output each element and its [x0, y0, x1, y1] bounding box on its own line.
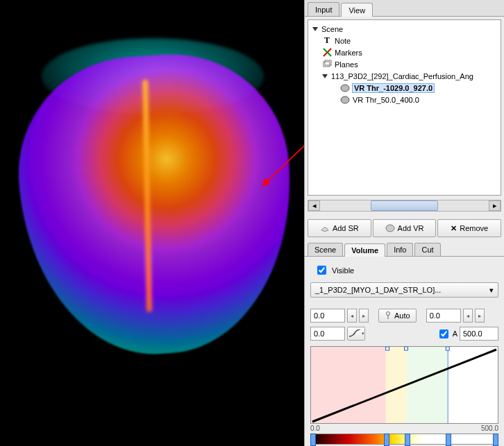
toolbar: Add SR Add VR ✕ Remove — [308, 219, 501, 237]
axis-min: 0.0 — [310, 424, 320, 432]
viewport-3d[interactable] — [0, 0, 304, 446]
zero-input[interactable] — [310, 327, 345, 341]
svg-point-6 — [341, 85, 349, 92]
button-label: Remove — [460, 224, 488, 232]
visible-checkbox[interactable] — [317, 266, 326, 275]
svg-rect-16 — [405, 347, 408, 350]
add-sr-button[interactable]: Add SR — [308, 219, 371, 237]
scroll-thumb[interactable] — [371, 200, 438, 211]
volume-icon — [340, 95, 350, 105]
transfer-function-editor[interactable] — [310, 346, 498, 424]
tree-label: VR Thr_50.0_400.0 — [353, 96, 419, 104]
curve-button[interactable]: ▾ — [347, 327, 365, 341]
a-value-input[interactable] — [460, 327, 498, 341]
button-label: Add SR — [333, 224, 359, 232]
tab-info[interactable]: Info — [387, 243, 413, 256]
step-right-icon[interactable]: ▸ — [475, 309, 485, 323]
volume-panel: Visible _1_P3D2_[MYO_1_DAY_STR_LO]... ▾ … — [305, 257, 504, 446]
svg-rect-13 — [406, 347, 448, 423]
step-left-icon[interactable]: ◂ — [463, 309, 473, 323]
range-max-input[interactable] — [426, 309, 461, 323]
step-left-icon[interactable]: ◂ — [347, 309, 357, 323]
button-label: Auto — [394, 311, 410, 320]
tab-input[interactable]: Input — [308, 2, 339, 16]
range-min-input[interactable] — [310, 309, 345, 323]
tree-label: 113_P3D2_[292]_Cardiac_Perfusion_Ang — [331, 72, 473, 80]
pin-icon — [385, 311, 392, 320]
svg-rect-5 — [325, 60, 331, 65]
tab-scene[interactable]: Scene — [308, 243, 343, 256]
tab-volume[interactable]: Volume — [344, 243, 385, 257]
remove-button[interactable]: ✕ Remove — [437, 219, 501, 237]
chevron-down-icon: ▾ — [489, 286, 494, 295]
right-panel: Input View Scene T Note Markers Planes 1… — [304, 0, 504, 446]
svg-rect-17 — [446, 347, 449, 350]
tree-node-markers[interactable]: Markers — [310, 46, 499, 58]
collapse-icon[interactable] — [322, 73, 328, 79]
gradient-stop[interactable] — [384, 434, 389, 446]
color-gradient[interactable] — [310, 434, 498, 445]
svg-rect-4 — [324, 62, 330, 67]
collapse-icon[interactable] — [312, 26, 319, 32]
axis-max: 500.0 — [481, 424, 498, 432]
step-right-icon[interactable]: ▸ — [359, 309, 369, 323]
gradient-stop[interactable] — [405, 434, 410, 446]
scroll-right-icon[interactable]: ▸ — [489, 200, 501, 211]
tree-node-series[interactable]: 113_P3D2_[292]_Cardiac_Perfusion_Ang — [310, 70, 499, 82]
tree-node-planes[interactable]: Planes — [310, 58, 499, 70]
text-icon: T — [322, 36, 332, 46]
planes-icon — [322, 60, 332, 69]
button-label: Add VR — [398, 224, 424, 232]
tab-cut[interactable]: Cut — [414, 243, 440, 256]
svg-rect-15 — [386, 347, 389, 350]
gradient-stop[interactable] — [446, 434, 451, 446]
tree-label: Note — [335, 37, 351, 45]
gradient-stop[interactable] — [310, 434, 316, 446]
dropdown-value: _1_P3D2_[MYO_1_DAY_STR_LO]... — [315, 286, 441, 294]
a-checkbox[interactable] — [439, 329, 448, 338]
volume-icon — [340, 83, 350, 93]
volume-select[interactable]: _1_P3D2_[MYO_1_DAY_STR_LO]... ▾ — [310, 282, 498, 298]
tree-node-vr1[interactable]: VR Thr_-1029.0_927.0 — [310, 82, 499, 94]
top-tabs: Input View — [305, 0, 504, 17]
markers-icon — [322, 48, 332, 58]
gradient-stop[interactable] — [493, 434, 498, 446]
tree-label: VR Thr_-1029.0_927.0 — [353, 84, 434, 92]
curve-icon — [348, 329, 361, 338]
chevron-down-icon: ▾ — [362, 331, 364, 336]
detail-tabs: Scene Volume Info Cut — [305, 240, 504, 257]
add-vr-button[interactable]: Add VR — [373, 219, 437, 237]
tree-node-note[interactable]: T Note — [310, 35, 499, 46]
volume-icon — [385, 223, 395, 233]
close-icon: ✕ — [451, 224, 457, 233]
scroll-left-icon[interactable]: ◂ — [308, 200, 320, 211]
tree-hscrollbar[interactable]: ◂ ▸ — [308, 200, 501, 212]
heart-render — [10, 46, 301, 363]
surface-icon — [320, 223, 330, 233]
svg-point-9 — [387, 312, 390, 316]
tree-label: Planes — [335, 60, 358, 69]
tab-view[interactable]: View — [341, 3, 373, 17]
auto-button[interactable]: Auto — [378, 309, 417, 323]
scroll-track[interactable] — [320, 200, 489, 211]
svg-point-8 — [386, 225, 394, 232]
svg-rect-11 — [311, 347, 386, 423]
scene-tree[interactable]: Scene T Note Markers Planes 113_P3D2_[29… — [308, 19, 501, 196]
tree-label: Markers — [335, 49, 362, 57]
tree-node-scene[interactable]: Scene — [310, 23, 499, 35]
tree-label: Scene — [321, 25, 343, 33]
tree-node-vr2[interactable]: VR Thr_50.0_400.0 — [310, 94, 499, 105]
svg-point-7 — [341, 96, 349, 103]
a-label: A — [453, 329, 457, 338]
visible-label: Visible — [332, 266, 354, 275]
